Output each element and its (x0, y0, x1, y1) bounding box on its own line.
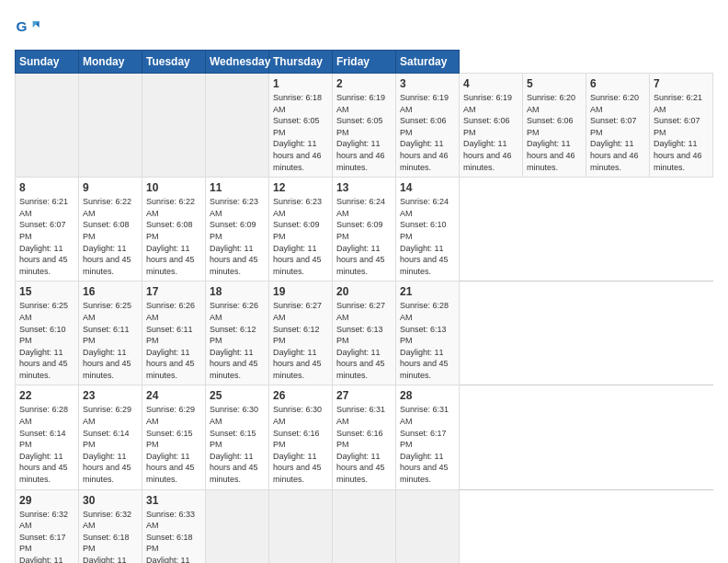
day-info: Sunrise: 6:23 AMSunset: 6:09 PMDaylight:… (210, 197, 258, 276)
day-number: 2 (336, 77, 392, 90)
day-info: Sunrise: 6:28 AMSunset: 6:13 PMDaylight:… (400, 301, 449, 380)
calendar-cell: 26Sunrise: 6:30 AMSunset: 6:16 PMDayligh… (269, 385, 333, 489)
calendar-cell: 28Sunrise: 6:31 AMSunset: 6:17 PMDayligh… (396, 385, 460, 489)
calendar-cell: 31Sunrise: 6:33 AMSunset: 6:18 PMDayligh… (142, 489, 206, 563)
day-number: 24 (146, 389, 201, 402)
day-number: 25 (210, 389, 265, 402)
day-info: Sunrise: 6:26 AMSunset: 6:11 PMDaylight:… (146, 301, 195, 380)
day-number: 12 (273, 181, 328, 194)
calendar-cell (142, 74, 206, 178)
day-info: Sunrise: 6:30 AMSunset: 6:16 PMDaylight:… (273, 405, 322, 484)
day-header-tuesday: Tuesday (142, 51, 206, 74)
calendar-cell: 18Sunrise: 6:26 AMSunset: 6:12 PMDayligh… (206, 282, 269, 385)
day-number: 3 (400, 77, 455, 90)
calendar-cell: 2Sunrise: 6:19 AMSunset: 6:05 PMDaylight… (333, 74, 396, 178)
logo-icon: G (15, 15, 40, 40)
day-number: 6 (590, 77, 645, 90)
calendar-cell (269, 489, 333, 563)
calendar-cell: 8Sunrise: 6:21 AMSunset: 6:07 PMDaylight… (16, 178, 79, 282)
day-info: Sunrise: 6:25 AMSunset: 6:10 PMDaylight:… (19, 301, 68, 380)
day-header-wednesday: Wednesday (206, 51, 269, 74)
calendar-cell: 27Sunrise: 6:31 AMSunset: 6:16 PMDayligh… (333, 385, 396, 489)
calendar-cell: 17Sunrise: 6:26 AMSunset: 6:11 PMDayligh… (142, 282, 206, 385)
calendar-cell: 30Sunrise: 6:32 AMSunset: 6:18 PMDayligh… (79, 489, 142, 563)
day-info: Sunrise: 6:19 AMSunset: 6:06 PMDaylight:… (400, 93, 449, 172)
day-info: Sunrise: 6:33 AMSunset: 6:18 PMDaylight:… (146, 510, 195, 563)
day-number: 8 (19, 181, 74, 194)
day-number: 7 (654, 77, 709, 90)
calendar-cell: 6Sunrise: 6:20 AMSunset: 6:07 PMDaylight… (586, 74, 650, 178)
day-info: Sunrise: 6:31 AMSunset: 6:16 PMDaylight:… (336, 405, 385, 484)
day-number: 9 (83, 181, 138, 194)
day-header-sunday: Sunday (16, 51, 79, 74)
logo: G (15, 15, 44, 40)
calendar-cell (16, 74, 79, 178)
day-info: Sunrise: 6:29 AMSunset: 6:14 PMDaylight:… (83, 405, 131, 484)
day-number: 21 (400, 285, 455, 298)
calendar-cell: 13Sunrise: 6:24 AMSunset: 6:09 PMDayligh… (333, 178, 396, 282)
day-info: Sunrise: 6:31 AMSunset: 6:17 PMDaylight:… (400, 405, 449, 484)
day-number: 14 (400, 181, 455, 194)
calendar-cell: 22Sunrise: 6:28 AMSunset: 6:14 PMDayligh… (16, 385, 79, 489)
calendar-cell: 23Sunrise: 6:29 AMSunset: 6:14 PMDayligh… (79, 385, 142, 489)
day-number: 17 (146, 285, 201, 298)
day-header-row: SundayMondayTuesdayWednesdayThursdayFrid… (16, 51, 713, 74)
day-number: 27 (336, 389, 392, 402)
day-number: 11 (210, 181, 265, 194)
calendar-cell: 12Sunrise: 6:23 AMSunset: 6:09 PMDayligh… (269, 178, 333, 282)
calendar-cell: 24Sunrise: 6:29 AMSunset: 6:15 PMDayligh… (142, 385, 206, 489)
day-info: Sunrise: 6:20 AMSunset: 6:06 PMDaylight:… (527, 93, 575, 172)
day-header-saturday: Saturday (396, 51, 460, 74)
calendar-cell: 7Sunrise: 6:21 AMSunset: 6:07 PMDaylight… (650, 74, 713, 178)
calendar-cell (333, 489, 396, 563)
day-info: Sunrise: 6:24 AMSunset: 6:09 PMDaylight:… (336, 197, 385, 276)
calendar-week-5: 29Sunrise: 6:32 AMSunset: 6:17 PMDayligh… (16, 489, 713, 563)
calendar-week-1: 1Sunrise: 6:18 AMSunset: 6:05 PMDaylight… (16, 74, 713, 178)
calendar-cell: 9Sunrise: 6:22 AMSunset: 6:08 PMDaylight… (79, 178, 142, 282)
day-info: Sunrise: 6:24 AMSunset: 6:10 PMDaylight:… (400, 197, 449, 276)
calendar-cell (396, 489, 460, 563)
day-info: Sunrise: 6:29 AMSunset: 6:15 PMDaylight:… (146, 405, 195, 484)
calendar-container: G SundayMondayTuesdayWednesdayThursdayFr… (0, 0, 728, 563)
day-info: Sunrise: 6:25 AMSunset: 6:11 PMDaylight:… (83, 301, 131, 380)
day-number: 26 (273, 389, 328, 402)
day-header-monday: Monday (79, 51, 142, 74)
calendar-cell (79, 74, 142, 178)
calendar-cell: 20Sunrise: 6:27 AMSunset: 6:13 PMDayligh… (333, 282, 396, 385)
calendar-cell: 4Sunrise: 6:19 AMSunset: 6:06 PMDaylight… (460, 74, 523, 178)
day-number: 28 (400, 389, 455, 402)
day-info: Sunrise: 6:19 AMSunset: 6:05 PMDaylight:… (336, 93, 385, 172)
calendar-table: SundayMondayTuesdayWednesdayThursdayFrid… (15, 50, 713, 563)
day-number: 15 (19, 285, 74, 298)
day-number: 23 (83, 389, 138, 402)
calendar-cell (206, 489, 269, 563)
day-info: Sunrise: 6:27 AMSunset: 6:12 PMDaylight:… (273, 301, 322, 380)
day-number: 22 (19, 389, 74, 402)
day-info: Sunrise: 6:27 AMSunset: 6:13 PMDaylight:… (336, 301, 385, 380)
day-number: 10 (146, 181, 201, 194)
calendar-cell: 11Sunrise: 6:23 AMSunset: 6:09 PMDayligh… (206, 178, 269, 282)
calendar-cell: 15Sunrise: 6:25 AMSunset: 6:10 PMDayligh… (16, 282, 79, 385)
day-info: Sunrise: 6:21 AMSunset: 6:07 PMDaylight:… (654, 93, 702, 172)
calendar-cell: 5Sunrise: 6:20 AMSunset: 6:06 PMDaylight… (523, 74, 586, 178)
calendar-week-2: 8Sunrise: 6:21 AMSunset: 6:07 PMDaylight… (16, 178, 713, 282)
day-number: 18 (210, 285, 265, 298)
day-info: Sunrise: 6:28 AMSunset: 6:14 PMDaylight:… (19, 405, 68, 484)
calendar-cell: 25Sunrise: 6:30 AMSunset: 6:15 PMDayligh… (206, 385, 269, 489)
calendar-week-3: 15Sunrise: 6:25 AMSunset: 6:10 PMDayligh… (16, 282, 713, 385)
day-number: 20 (336, 285, 392, 298)
day-header-friday: Friday (333, 51, 396, 74)
calendar-cell: 21Sunrise: 6:28 AMSunset: 6:13 PMDayligh… (396, 282, 460, 385)
day-info: Sunrise: 6:21 AMSunset: 6:07 PMDaylight:… (19, 197, 68, 276)
day-header-thursday: Thursday (269, 51, 333, 74)
calendar-cell: 19Sunrise: 6:27 AMSunset: 6:12 PMDayligh… (269, 282, 333, 385)
day-info: Sunrise: 6:32 AMSunset: 6:18 PMDaylight:… (83, 510, 131, 563)
calendar-cell (206, 74, 269, 178)
calendar-cell: 16Sunrise: 6:25 AMSunset: 6:11 PMDayligh… (79, 282, 142, 385)
day-info: Sunrise: 6:23 AMSunset: 6:09 PMDaylight:… (273, 197, 322, 276)
day-info: Sunrise: 6:18 AMSunset: 6:05 PMDaylight:… (273, 93, 322, 172)
svg-text:G: G (16, 18, 27, 34)
day-number: 30 (83, 494, 138, 507)
day-info: Sunrise: 6:26 AMSunset: 6:12 PMDaylight:… (210, 301, 258, 380)
day-info: Sunrise: 6:22 AMSunset: 6:08 PMDaylight:… (83, 197, 131, 276)
